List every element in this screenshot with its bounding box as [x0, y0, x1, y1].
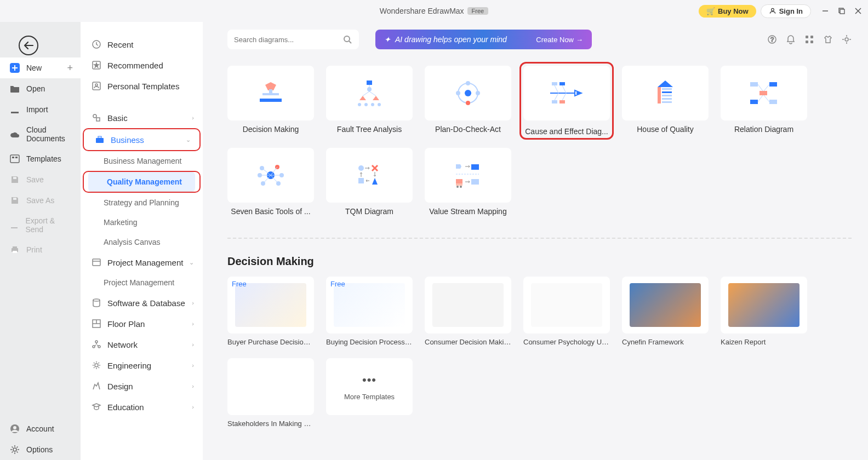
tmpl-more[interactable]: •••More Templates: [326, 358, 413, 428]
options-label: Options: [26, 445, 53, 454]
chevron-down-icon: ⌄: [189, 259, 194, 266]
save-label: Save: [26, 175, 44, 184]
leftbar: New + Open Import Cloud Documents Templa…: [0, 22, 81, 460]
account-icon: [10, 424, 20, 434]
tmpl-kaizen[interactable]: Kaizen Report: [721, 277, 807, 346]
card-cause-effect[interactable]: Cause and Effect Diag...: [523, 66, 610, 136]
close-button[interactable]: [854, 7, 863, 15]
shirt-icon[interactable]: [823, 34, 833, 44]
category-sidebar: Recent Recommended Personal Templates Ba…: [81, 22, 203, 460]
leftbar-save[interactable]: Save: [0, 169, 81, 190]
titlebar: Wondershare EdrawMax Free 🛒 Buy Now Sign…: [0, 0, 868, 22]
svg-rect-66: [559, 100, 565, 104]
sign-in-button[interactable]: Sign In: [761, 4, 811, 18]
search-icon[interactable]: [342, 34, 352, 44]
leftbar-account[interactable]: Account: [0, 418, 81, 439]
cat-recent[interactable]: Recent: [81, 34, 203, 55]
cat-sub-quality[interactable]: Quality Management: [88, 172, 195, 192]
svg-point-15: [13, 448, 16, 451]
tmpl-cynefin[interactable]: Cynefin Framework: [622, 277, 709, 346]
svg-point-59: [466, 101, 470, 105]
svg-point-57: [466, 81, 470, 85]
svg-rect-73: [662, 91, 672, 93]
buy-now-button[interactable]: 🛒 Buy Now: [699, 5, 756, 18]
card-decision-making[interactable]: Decision Making: [227, 66, 314, 136]
card-relation[interactable]: Relation Diagram: [721, 66, 807, 136]
cat-engineering[interactable]: Engineering›: [81, 355, 203, 376]
svg-rect-7: [10, 155, 19, 163]
svg-rect-9: [15, 157, 18, 158]
account-label: Account: [26, 424, 54, 433]
svg-line-70: [562, 93, 566, 100]
cat-network[interactable]: Network›: [81, 334, 203, 355]
cat-recommended[interactable]: Recommended: [81, 55, 203, 76]
svg-rect-45: [269, 89, 272, 95]
search-box[interactable]: [227, 30, 359, 49]
leftbar-import[interactable]: Import: [0, 99, 81, 120]
cat-sub-marketing[interactable]: Marketing: [81, 212, 203, 232]
chevron-right-icon: ›: [192, 114, 194, 121]
minimize-button[interactable]: [821, 7, 830, 15]
bell-icon[interactable]: [786, 34, 796, 44]
card-fault-tree[interactable]: Fault Tree Analysis: [326, 66, 413, 136]
cat-sub-analysis[interactable]: Analysis Canvas: [81, 232, 203, 252]
cat-design[interactable]: Design›: [81, 376, 203, 396]
leftbar-open[interactable]: Open: [0, 78, 81, 99]
titlebar-right: 🛒 Buy Now Sign In: [699, 4, 863, 18]
svg-rect-78: [769, 82, 777, 87]
leftbar-options[interactable]: Options: [0, 439, 81, 460]
open-label: Open: [26, 84, 45, 93]
cat-software[interactable]: Software & Database›: [81, 292, 203, 313]
templates-icon: [10, 154, 20, 164]
card-seven-tools[interactable]: Seven Basic Tools of ...: [227, 148, 314, 216]
leftbar-cloud[interactable]: Cloud Documents: [0, 120, 81, 148]
buy-now-label: Buy Now: [718, 7, 749, 15]
ai-banner[interactable]: ✦ AI drawing helps open your mind Create…: [375, 30, 592, 49]
toolbar-right: ?: [767, 34, 852, 44]
print-icon: [10, 245, 20, 255]
leftbar-export[interactable]: Export & Send: [0, 211, 81, 239]
gear-icon: [10, 445, 20, 455]
tmpl-buyer-purchase[interactable]: FreeBuyer Purchase Decision ...: [227, 277, 314, 346]
templates-label: Templates: [26, 154, 61, 163]
card-vsm[interactable]: Value Stream Mapping: [425, 148, 511, 216]
search-input[interactable]: [234, 36, 342, 44]
svg-point-47: [367, 87, 372, 91]
svg-point-0: [771, 8, 774, 11]
svg-line-83: [764, 84, 769, 91]
help-icon[interactable]: ?: [767, 34, 777, 44]
svg-line-85: [764, 95, 769, 102]
card-house-quality[interactable]: House of Quality: [622, 66, 709, 136]
tmpl-consumer-psych[interactable]: Consumer Psychology Un...: [523, 277, 610, 346]
cat-personal[interactable]: Personal Templates: [81, 76, 203, 96]
network-icon: [92, 340, 101, 349]
leftbar-save-as[interactable]: Save As: [0, 190, 81, 211]
cat-basic[interactable]: Basic›: [81, 107, 203, 128]
export-label: Export & Send: [25, 216, 71, 234]
card-tqm[interactable]: TQM Diagram: [326, 148, 413, 216]
cat-floor[interactable]: Floor Plan›: [81, 313, 203, 334]
settings-icon[interactable]: [842, 34, 852, 44]
cat-sub-project[interactable]: Project Management: [81, 273, 203, 292]
svg-rect-100: [358, 178, 364, 183]
maximize-button[interactable]: [837, 7, 846, 15]
svg-rect-8: [12, 157, 14, 158]
cat-project-mgmt[interactable]: Project Management⌄: [81, 252, 203, 273]
cat-sub-business-mgmt[interactable]: Business Management: [81, 151, 203, 171]
apps-icon[interactable]: [804, 34, 814, 44]
leftbar-print[interactable]: Print: [0, 239, 81, 260]
cat-education[interactable]: Education›: [81, 396, 203, 417]
leftbar-new[interactable]: New +: [0, 58, 81, 78]
svg-line-68: [562, 85, 566, 93]
leftbar-templates[interactable]: Templates: [0, 148, 81, 169]
back-button[interactable]: [19, 36, 38, 55]
cat-business[interactable]: Business⌄: [84, 129, 199, 150]
svg-rect-103: [456, 179, 462, 183]
svg-rect-75: [662, 98, 672, 100]
tmpl-consumer-decision[interactable]: Consumer Decision Makin...: [425, 277, 511, 346]
cat-sub-strategy[interactable]: Strategy and Planning: [81, 193, 203, 212]
tmpl-buying-process[interactable]: FreeBuying Decision Process O...: [326, 277, 413, 346]
tmpl-stakeholders[interactable]: Stakeholders In Making He...: [227, 358, 314, 428]
plus-icon[interactable]: +: [67, 62, 73, 74]
card-pdca[interactable]: Plan-Do-Check-Act: [425, 66, 511, 136]
